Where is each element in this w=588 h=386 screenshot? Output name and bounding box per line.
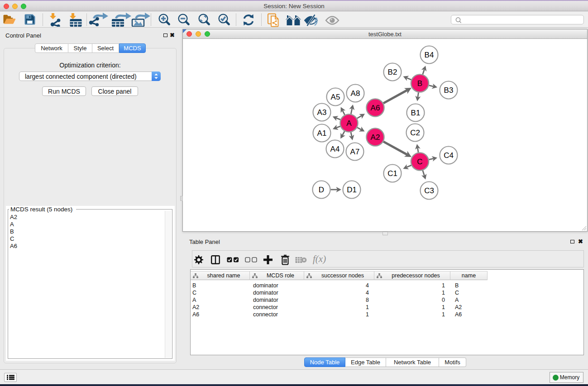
svg-text:C3: C3 [424, 186, 434, 195]
svg-text:A8: A8 [351, 89, 360, 97]
svg-text:A4: A4 [330, 144, 340, 153]
svg-text:B1: B1 [411, 108, 421, 117]
svg-text:A2: A2 [371, 133, 380, 141]
svg-text:A3: A3 [317, 108, 327, 116]
svg-text:B: B [417, 79, 422, 87]
svg-text:B4: B4 [425, 50, 434, 59]
svg-text:A5: A5 [331, 92, 340, 101]
svg-text:D1: D1 [347, 185, 357, 194]
svg-text:C: C [417, 157, 422, 166]
svg-text:B3: B3 [444, 86, 454, 94]
svg-text:A6: A6 [371, 103, 380, 112]
svg-text:C4: C4 [444, 151, 454, 159]
svg-text:C1: C1 [387, 169, 397, 177]
svg-text:D: D [319, 185, 324, 194]
svg-text:C2: C2 [410, 128, 420, 137]
svg-text:A1: A1 [317, 129, 327, 137]
svg-text:A7: A7 [350, 147, 360, 156]
svg-text:B2: B2 [388, 67, 397, 76]
svg-text:A: A [346, 119, 352, 127]
